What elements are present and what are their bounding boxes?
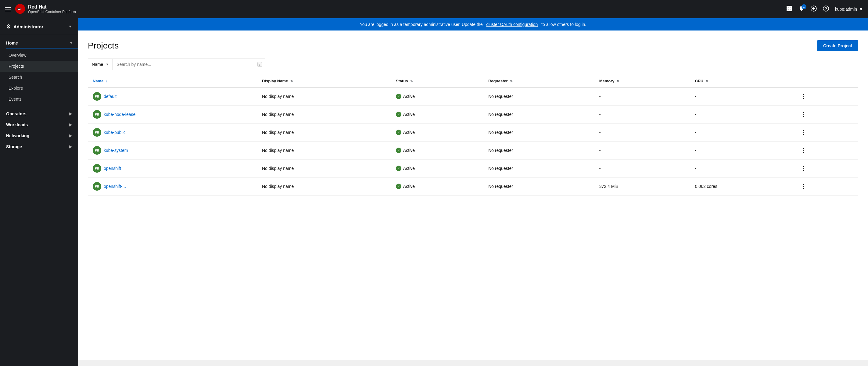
- name-cell-inner: PR default: [93, 92, 252, 101]
- col-requester[interactable]: Requester ⇅: [484, 75, 594, 87]
- project-requester: No requester: [484, 87, 594, 105]
- operators-chevron: ▶: [69, 112, 72, 116]
- page-header: Projects Create Project: [88, 40, 858, 51]
- col-status[interactable]: Status ⇅: [391, 75, 484, 87]
- status-active: ✓ Active: [396, 148, 478, 153]
- status-label: Active: [403, 184, 415, 189]
- sidebar-search-label: Search: [8, 75, 22, 80]
- sidebar: ⚙ Administrator ▼ Home ▾ Overview Projec…: [0, 18, 78, 366]
- project-badge: PR: [93, 182, 101, 191]
- app-launcher-icon[interactable]: [786, 5, 793, 13]
- sidebar-home-label: Home: [6, 40, 18, 45]
- table-row: PR kube-public No display name ✓ Active …: [88, 124, 858, 142]
- kebab-menu-button[interactable]: ⋮: [798, 164, 808, 173]
- project-display-name: No display name: [257, 105, 391, 124]
- kebab-menu-button[interactable]: ⋮: [798, 110, 808, 119]
- status-sort-icon: ⇅: [410, 80, 413, 83]
- name-sort-icon: ↑: [106, 80, 107, 83]
- status-icon: ✓: [396, 130, 401, 135]
- sidebar-item-events[interactable]: Events: [0, 94, 78, 104]
- sidebar-item-workloads[interactable]: Workloads ▶: [0, 119, 78, 130]
- kebab-menu-button[interactable]: ⋮: [798, 128, 808, 137]
- svg-rect-1: [786, 6, 788, 8]
- page-content: Projects Create Project Name ▼ /: [78, 30, 868, 360]
- sidebar-item-operators[interactable]: Operators ▶: [0, 108, 78, 119]
- notifications-icon[interactable]: 1: [799, 5, 805, 13]
- project-status: ✓ Active: [391, 142, 484, 159]
- table-head: Name ↑ Display Name ⇅ Status ⇅ Request: [88, 75, 858, 87]
- status-active: ✓ Active: [396, 130, 478, 135]
- kebab-menu-button[interactable]: ⋮: [798, 182, 808, 191]
- kebab-menu-button[interactable]: ⋮: [798, 146, 808, 155]
- filter-select-label: Name: [92, 62, 103, 67]
- project-requester: No requester: [484, 159, 594, 178]
- status-icon: ✓: [396, 94, 401, 99]
- sidebar-item-search[interactable]: Search: [0, 72, 78, 83]
- user-menu[interactable]: kube:admin ▼: [835, 7, 863, 11]
- filter-select[interactable]: Name ▼: [88, 59, 113, 70]
- page-title: Projects: [88, 41, 119, 51]
- sidebar-explore-label: Explore: [8, 86, 23, 91]
- project-requester: No requester: [484, 124, 594, 142]
- main-content: You are logged in as a temporary adminis…: [78, 18, 868, 366]
- svg-rect-4: [786, 8, 788, 9]
- role-switcher[interactable]: ⚙ Administrator ▼: [0, 18, 78, 35]
- sidebar-subsection-home: Overview Projects Search Explore Events: [0, 49, 78, 106]
- sidebar-item-networking[interactable]: Networking ▶: [0, 130, 78, 141]
- col-display-name[interactable]: Display Name ⇅: [257, 75, 391, 87]
- sidebar-item-explore[interactable]: Explore: [0, 83, 78, 94]
- brand-logo: Red Hat OpenShift Container Platform: [14, 3, 76, 15]
- role-chevron: ▼: [68, 24, 72, 29]
- help-icon[interactable]: ?: [823, 5, 829, 13]
- sidebar-section-home: Home ▾ Overview Projects Search Explore …: [0, 35, 78, 108]
- sidebar-item-projects[interactable]: Projects: [0, 61, 78, 72]
- svg-rect-2: [788, 6, 790, 8]
- col-actions: [793, 75, 858, 87]
- project-display-name: No display name: [257, 142, 391, 159]
- project-actions: ⋮: [793, 178, 858, 195]
- create-project-button[interactable]: Create Project: [817, 40, 858, 51]
- project-display-name: No display name: [257, 159, 391, 178]
- sidebar-operators-label: Operators: [6, 111, 27, 116]
- filter-row: Name ▼ /: [88, 59, 858, 70]
- brand-sub: OpenShift Container Platform: [28, 10, 76, 14]
- project-link[interactable]: openshift: [104, 166, 121, 171]
- status-icon: ✓: [396, 112, 401, 117]
- storage-chevron: ▶: [69, 145, 72, 149]
- project-name-cell: PR kube-system: [88, 142, 257, 159]
- kebab-menu-button[interactable]: ⋮: [798, 92, 808, 101]
- add-icon[interactable]: [811, 5, 817, 13]
- sidebar-item-storage[interactable]: Storage ▶: [0, 141, 78, 152]
- role-label: Administrator: [13, 24, 66, 29]
- project-status: ✓ Active: [391, 105, 484, 124]
- project-cpu: 0.062 cores: [690, 178, 794, 195]
- svg-rect-8: [788, 9, 790, 11]
- banner-link[interactable]: cluster OAuth configuration: [486, 22, 538, 27]
- project-link[interactable]: kube-node-lease: [104, 112, 135, 117]
- col-memory[interactable]: Memory ⇅: [594, 75, 690, 87]
- sidebar-overview-label: Overview: [8, 53, 26, 58]
- top-navigation: Red Hat OpenShift Container Platform 1: [0, 0, 868, 18]
- project-memory: -: [594, 159, 690, 178]
- home-chevron: ▾: [70, 41, 72, 45]
- status-label: Active: [403, 130, 415, 135]
- col-cpu[interactable]: CPU ⇅: [690, 75, 794, 87]
- project-cpu: -: [690, 142, 794, 159]
- info-banner: You are logged in as a temporary adminis…: [78, 18, 868, 30]
- project-link[interactable]: kube-system: [104, 148, 128, 153]
- project-name-cell: PR openshift: [88, 159, 257, 178]
- table-row: PR openshift No display name ✓ Active No…: [88, 159, 858, 178]
- menu-toggle[interactable]: [5, 7, 11, 11]
- sidebar-item-overview[interactable]: Overview: [0, 50, 78, 61]
- col-name[interactable]: Name ↑: [88, 75, 257, 87]
- search-input[interactable]: [113, 59, 265, 70]
- svg-rect-9: [790, 9, 792, 11]
- project-link[interactable]: default: [104, 94, 117, 99]
- table-row: PR default No display name ✓ Active No r…: [88, 87, 858, 105]
- svg-rect-6: [790, 8, 792, 9]
- sidebar-item-home[interactable]: Home ▾: [0, 37, 78, 49]
- project-link[interactable]: openshift-...: [104, 184, 126, 189]
- name-cell-inner: PR kube-system: [93, 146, 252, 155]
- project-link[interactable]: kube-public: [104, 130, 126, 135]
- project-badge: PR: [93, 128, 101, 136]
